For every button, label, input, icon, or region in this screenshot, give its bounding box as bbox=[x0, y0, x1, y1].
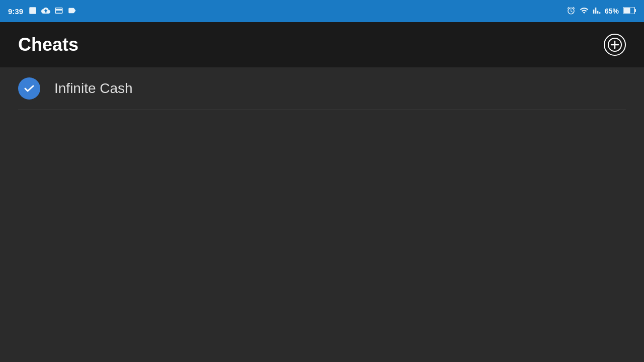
battery-percent: 65% bbox=[605, 7, 619, 15]
list-divider bbox=[18, 110, 626, 110]
wifi-icon bbox=[580, 6, 589, 17]
cheat-label: Infinite Cash bbox=[54, 80, 133, 97]
page-title: Cheats bbox=[18, 34, 78, 55]
cheat-enabled-icon bbox=[18, 77, 40, 100]
card-icon bbox=[54, 6, 63, 17]
status-bar-left: 9:39 bbox=[8, 6, 76, 17]
add-cheat-button[interactable] bbox=[604, 34, 626, 56]
svg-rect-1 bbox=[624, 8, 630, 13]
checkmark-icon bbox=[23, 82, 35, 95]
svg-rect-2 bbox=[635, 9, 636, 12]
photo-icon bbox=[28, 6, 37, 17]
tag-icon bbox=[67, 6, 76, 17]
title-bar: Cheats bbox=[0, 22, 644, 67]
cheats-list: Infinite Cash bbox=[0, 67, 644, 110]
status-bar-right: 65% bbox=[567, 6, 636, 17]
alarm-icon bbox=[567, 6, 576, 17]
plus-icon bbox=[608, 38, 622, 52]
signal-icon bbox=[593, 7, 601, 16]
status-icons bbox=[28, 6, 76, 17]
upload-icon bbox=[41, 6, 50, 17]
status-time: 9:39 bbox=[8, 7, 23, 16]
status-bar: 9:39 bbox=[0, 0, 644, 22]
list-item[interactable]: Infinite Cash bbox=[0, 67, 644, 110]
battery-icon bbox=[623, 7, 636, 16]
